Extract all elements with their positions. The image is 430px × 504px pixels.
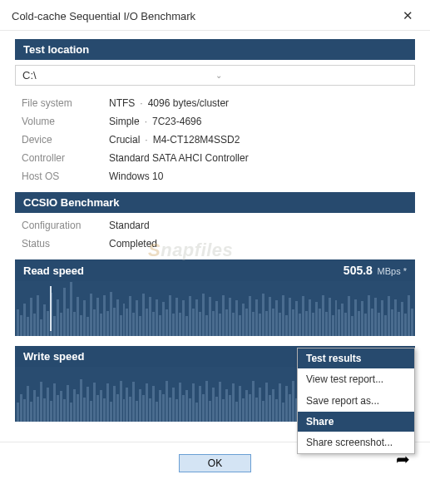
menu-share-screenshot[interactable]: Share screenshot... bbox=[298, 432, 414, 453]
info-label: Volume bbox=[22, 116, 109, 127]
info-row-controller: Controller Standard SATA AHCI Controller bbox=[15, 149, 415, 167]
chart-bar bbox=[113, 386, 116, 422]
chart-bar bbox=[305, 311, 308, 336]
chart-bar bbox=[272, 309, 274, 336]
menu-header-results: Test results bbox=[298, 348, 414, 368]
chart-bar bbox=[100, 314, 102, 336]
chart-bar bbox=[348, 296, 350, 336]
drive-select[interactable]: C:\ ⌄ bbox=[15, 65, 415, 86]
chart-bar bbox=[139, 389, 141, 422]
chart-bar bbox=[106, 383, 109, 422]
chart-bar bbox=[239, 386, 241, 422]
chart-bar bbox=[192, 309, 195, 336]
chart-bar bbox=[37, 295, 39, 337]
chart-bar bbox=[239, 315, 241, 336]
chart-bar bbox=[67, 385, 69, 422]
chart-bar bbox=[60, 313, 62, 336]
chart-bar bbox=[279, 313, 281, 336]
chevron-down-icon: ⌄ bbox=[215, 71, 408, 80]
chart-bar bbox=[146, 383, 148, 422]
chart-bar bbox=[295, 301, 298, 336]
chart-bar bbox=[205, 315, 208, 336]
chart-bar bbox=[195, 403, 198, 422]
info-value: Windows 10 bbox=[109, 170, 163, 182]
chart-bar bbox=[142, 395, 145, 422]
chart-bar bbox=[374, 298, 377, 336]
chart-bar bbox=[80, 379, 82, 422]
read-speed-value: 505.8 MBps * bbox=[344, 264, 407, 277]
chart-bar bbox=[259, 314, 261, 336]
chart-bar bbox=[17, 309, 19, 336]
chart-bar bbox=[90, 294, 92, 336]
chart-bar bbox=[242, 398, 245, 422]
chart-bar bbox=[53, 383, 56, 422]
menu-header-share: Share bbox=[298, 412, 414, 432]
chart-bar bbox=[63, 399, 66, 422]
chart-bar bbox=[252, 312, 255, 336]
chart-bar bbox=[384, 315, 387, 336]
chart-bar bbox=[110, 292, 112, 336]
chart-bar bbox=[292, 381, 294, 422]
write-speed-label: Write speed bbox=[23, 350, 84, 363]
chart-marker bbox=[50, 286, 52, 331]
info-value: Standard bbox=[109, 220, 150, 231]
chart-bar bbox=[53, 316, 56, 336]
chart-bar bbox=[185, 316, 188, 336]
chart-bar bbox=[394, 299, 397, 336]
menu-view-report[interactable]: View test report... bbox=[298, 368, 414, 390]
chart-bar bbox=[152, 386, 155, 422]
info-value: Crucial·M4-CT128M4SSD2 bbox=[109, 134, 240, 146]
info-value: Completed bbox=[109, 238, 157, 250]
chart-bar bbox=[120, 381, 122, 422]
chart-bar bbox=[275, 399, 278, 422]
chart-bar bbox=[302, 296, 304, 336]
chart-bar bbox=[67, 309, 69, 336]
chart-bar bbox=[136, 300, 138, 336]
chart-bar bbox=[142, 294, 145, 336]
chart-bar bbox=[189, 296, 191, 336]
chart-bar bbox=[182, 300, 185, 336]
chart-bar bbox=[209, 401, 211, 422]
chart-bar bbox=[215, 301, 218, 336]
chart-bar bbox=[252, 381, 255, 422]
close-icon[interactable]: ✕ bbox=[396, 7, 420, 25]
chart-bar bbox=[388, 296, 390, 336]
chart-bar bbox=[93, 309, 96, 336]
chart-bar bbox=[411, 309, 413, 336]
read-speed-label: Read speed bbox=[23, 264, 84, 277]
chart-bar bbox=[209, 297, 211, 336]
chart-bar bbox=[129, 397, 131, 422]
chart-bar bbox=[40, 382, 42, 422]
chart-bar bbox=[232, 313, 235, 336]
chart-bar bbox=[123, 304, 126, 336]
chart-bar bbox=[43, 304, 46, 336]
chart-bar bbox=[199, 386, 201, 422]
chart-bar bbox=[156, 402, 158, 422]
chart-bar bbox=[77, 297, 79, 336]
chart-bar bbox=[275, 300, 278, 336]
chart-bar bbox=[262, 401, 264, 422]
chart-bar bbox=[368, 295, 370, 337]
info-row-status: Status Completed bbox=[15, 235, 415, 253]
chart-bar bbox=[90, 401, 92, 422]
chart-bar bbox=[172, 314, 175, 336]
chart-bar bbox=[159, 390, 161, 422]
chart-bar bbox=[57, 395, 59, 422]
ok-button[interactable]: OK bbox=[179, 454, 251, 472]
chart-bar bbox=[175, 298, 178, 336]
chart-bar bbox=[222, 399, 225, 422]
chart-bar bbox=[229, 395, 231, 422]
chart-bar bbox=[249, 394, 251, 422]
info-row-volume: Volume Simple·7C23-4696 bbox=[15, 112, 415, 131]
chart-bar bbox=[20, 394, 22, 422]
menu-save-report[interactable]: Save report as... bbox=[298, 390, 414, 412]
chart-bar bbox=[70, 403, 72, 422]
chart-bar bbox=[57, 299, 59, 336]
info-label: Device bbox=[22, 134, 109, 146]
chart-bar bbox=[192, 383, 195, 422]
chart-bar bbox=[279, 383, 281, 422]
chart-bar bbox=[219, 314, 221, 336]
chart-bar bbox=[185, 390, 188, 422]
chart-bar bbox=[398, 312, 400, 336]
window-title: Cold-cache Sequential I/O Benchmark bbox=[12, 10, 195, 22]
